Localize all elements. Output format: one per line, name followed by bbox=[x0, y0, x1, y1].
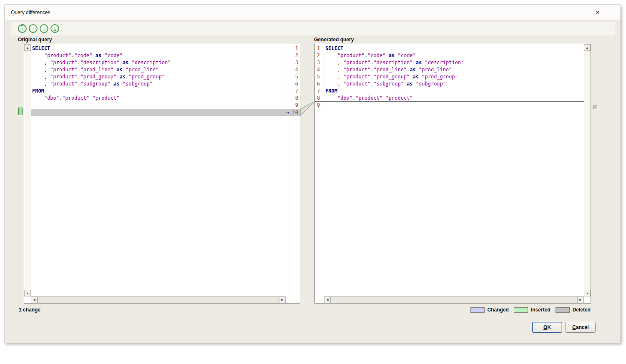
next-change-icon: ↓ bbox=[43, 26, 45, 31]
code-line-4: 4 , "product"."prod_line" as "prod_line" bbox=[315, 66, 584, 73]
code-text: , "product"."prod_group" as "prod_group" bbox=[324, 73, 584, 80]
scroll-right-icon[interactable]: ▶ bbox=[577, 296, 584, 303]
legend-item-changed: Changed bbox=[470, 307, 509, 313]
code-text: FROM bbox=[324, 88, 584, 95]
code-text: "product"."code" as "code" bbox=[31, 52, 286, 59]
left-overview-strip[interactable] bbox=[18, 44, 23, 304]
code-line-4: , "product"."prod_line" as "prod_line"4 bbox=[31, 66, 300, 73]
ok-button[interactable]: OK bbox=[532, 322, 562, 333]
previous-change-button[interactable]: ↑ bbox=[29, 24, 38, 33]
code-text: FROM bbox=[31, 88, 286, 95]
code-text: , "product"."subgroup" as "subgroup" bbox=[324, 80, 584, 88]
query-differences-dialog: Query differences × ↑↑↓↓ Original query … bbox=[5, 5, 621, 343]
original-query-code[interactable]: SELECT1 "product"."code" as "code"2 , "p… bbox=[31, 44, 300, 296]
line-number: 9 bbox=[286, 102, 300, 109]
diff-toolbar: ↑↑↓↓ bbox=[11, 22, 615, 35]
original-query-panel: ▲ ▼ SELECT1 "product"."code" as "code"2 … bbox=[24, 44, 300, 304]
right-hscroll-thumb[interactable] bbox=[331, 296, 577, 303]
line-number: 7 bbox=[315, 88, 324, 95]
previous-change-icon: ↑ bbox=[32, 26, 35, 31]
change-overview-marker[interactable] bbox=[593, 105, 597, 109]
line-number: 8 bbox=[286, 95, 300, 102]
code-line-3: 3 , "product"."description" as "descript… bbox=[315, 59, 584, 66]
left-vertical-scrollbar[interactable]: ▲ ▼ bbox=[24, 44, 31, 296]
generated-query-code[interactable]: 1SELECT2 "product"."code" as "code"3 , "… bbox=[315, 44, 584, 296]
line-number: 8 bbox=[315, 95, 324, 101]
line-number: 9 bbox=[315, 102, 324, 109]
scroll-up-icon[interactable]: ▲ bbox=[24, 44, 31, 51]
left-vscroll-track[interactable] bbox=[24, 51, 31, 290]
diff-panels-row: ▲ ▼ SELECT1 "product"."code" as "code"2 … bbox=[5, 44, 621, 304]
code-line-9: 9 bbox=[31, 102, 300, 109]
cancel-button[interactable]: Cancel bbox=[566, 322, 596, 333]
close-icon[interactable]: × bbox=[596, 9, 600, 16]
line-number: 2 bbox=[286, 52, 300, 59]
line-number: 3 bbox=[286, 59, 300, 66]
generated-query-label: Generated query bbox=[314, 37, 354, 43]
code-text: , "product"."prod_group" as "prod_group" bbox=[31, 73, 286, 80]
code-line-8: 8 "dbo"."product" "product" bbox=[315, 95, 584, 102]
code-text: SELECT bbox=[31, 45, 286, 52]
original-query-label: Original query bbox=[18, 37, 52, 43]
line-number: 1 bbox=[315, 45, 324, 52]
code-line-7: 7FROM bbox=[315, 88, 584, 95]
line-number: 4 bbox=[315, 66, 324, 73]
page-background: Query differences × ↑↑↓↓ Original query … bbox=[0, 0, 626, 364]
legend-label: Deleted bbox=[573, 307, 591, 313]
first-change-icon: ↑ bbox=[21, 26, 24, 31]
panel-labels-row: Original query Generated query bbox=[5, 37, 621, 43]
next-change-button[interactable]: ↓ bbox=[40, 24, 48, 33]
code-text: , "product"."prod_line" as "prod_line" bbox=[324, 66, 584, 73]
code-line-2: 2 "product"."code" as "code" bbox=[315, 52, 584, 59]
code-line-6: , "product"."subgroup" as "subgroup"6 bbox=[31, 80, 300, 88]
right-vscroll-track[interactable] bbox=[584, 51, 591, 290]
change-count: 1 change bbox=[19, 307, 40, 313]
line-number: 6 bbox=[315, 80, 324, 88]
scroll-left-icon[interactable]: ◀ bbox=[324, 296, 331, 303]
code-text: , "product"."subgroup" as "subgroup" bbox=[31, 80, 286, 88]
code-text: "dbo"."product" "product" bbox=[31, 95, 286, 102]
code-line-3: , "product"."description" as "descriptio… bbox=[31, 59, 300, 66]
last-change-icon: ↓ bbox=[54, 26, 56, 31]
scroll-up-icon[interactable]: ▲ bbox=[584, 44, 591, 51]
code-line-7: FROM7 bbox=[31, 88, 300, 95]
dialog-buttons-row: OK Cancel bbox=[5, 322, 621, 333]
first-change-button[interactable]: ↑ bbox=[18, 24, 27, 33]
legend-swatch bbox=[470, 307, 485, 313]
line-number: 7 bbox=[286, 88, 300, 95]
line-number: 3 bbox=[315, 59, 324, 66]
generated-query-panel: 1SELECT2 "product"."code" as "code"3 , "… bbox=[314, 44, 591, 304]
legend-swatch bbox=[514, 307, 528, 313]
scroll-down-icon[interactable]: ▼ bbox=[24, 290, 31, 296]
dialog-titlebar: Query differences × bbox=[5, 5, 621, 20]
code-line-1: SELECT1 bbox=[31, 45, 300, 52]
legend-label: Inserted bbox=[531, 307, 551, 313]
code-text: "dbo"."product" "product" bbox=[324, 95, 584, 101]
code-text bbox=[324, 102, 584, 109]
code-text bbox=[31, 109, 286, 116]
scroll-down-icon[interactable]: ▼ bbox=[584, 290, 591, 296]
original-editor-body: ▲ ▼ SELECT1 "product"."code" as "code"2 … bbox=[24, 44, 300, 296]
scroll-right-icon[interactable]: ▶ bbox=[279, 296, 286, 303]
generated-editor-body: 1SELECT2 "product"."code" as "code"3 , "… bbox=[315, 44, 591, 296]
right-overview-strip[interactable] bbox=[593, 44, 598, 304]
change-overview-marker[interactable] bbox=[18, 108, 23, 115]
legend-label: Changed bbox=[488, 307, 509, 313]
code-line-10: → 10 bbox=[31, 109, 300, 116]
code-line-5: , "product"."prod_group" as "prod_group"… bbox=[31, 73, 300, 80]
left-hscroll-track[interactable] bbox=[38, 296, 279, 303]
scroll-left-icon[interactable]: ◀ bbox=[31, 296, 38, 303]
diff-connector-icon bbox=[300, 44, 314, 304]
left-horizontal-scrollbar[interactable]: ◀ ▶ bbox=[31, 296, 286, 303]
left-hscroll-thumb[interactable] bbox=[38, 296, 279, 303]
code-line-2: "product"."code" as "code"2 bbox=[31, 52, 300, 59]
right-vertical-scrollbar[interactable]: ▲ ▼ bbox=[584, 44, 591, 296]
line-number: 5 bbox=[286, 73, 300, 80]
legend-swatch bbox=[556, 307, 570, 313]
right-hscroll-track[interactable] bbox=[331, 296, 577, 303]
code-text: "product"."code" as "code" bbox=[324, 52, 584, 59]
line-number: 5 bbox=[315, 73, 324, 80]
right-horizontal-scrollbar[interactable]: ◀ ▶ bbox=[324, 296, 584, 303]
line-number: 1 bbox=[286, 45, 300, 52]
last-change-button[interactable]: ↓ bbox=[50, 24, 59, 33]
